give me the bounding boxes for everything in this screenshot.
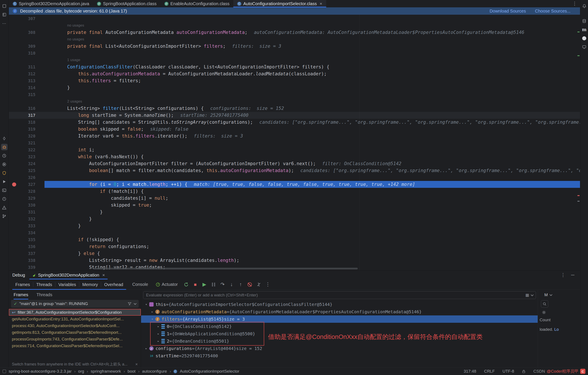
debug-view-tab[interactable]: Variables	[55, 282, 79, 287]
variable-row[interactable]: ▾this = {AutoConfigurationImportSelector…	[141, 301, 538, 308]
database-icon[interactable]	[581, 18, 588, 24]
line-number[interactable]: 313	[9, 77, 44, 84]
code-line[interactable]: 330 skipped = true;	[9, 202, 580, 209]
rerun-button[interactable]	[182, 281, 190, 288]
line-number[interactable]: 330	[9, 202, 44, 209]
run-icon[interactable]	[1, 178, 8, 185]
project-icon[interactable]	[1, 11, 8, 18]
security-shield-icon[interactable]	[1, 170, 8, 176]
code-line[interactable]: 311ConfigurationClassFilter(ClassLoader …	[9, 63, 580, 70]
code-line[interactable]: 337 } else {	[9, 250, 580, 257]
code-line[interactable]: 329 candidates[i] = null;	[9, 195, 580, 202]
code-line[interactable]: 317 long startTime = System.nanoTime();s…	[9, 112, 580, 119]
line-number[interactable]: 332	[9, 215, 44, 222]
crumb-item[interactable]: autoconfigure	[142, 369, 167, 374]
code-line[interactable]: 315	[9, 91, 580, 98]
code-line[interactable]: 324 AutoConfigurationImportFilter filter…	[9, 160, 580, 167]
expand-arrow-icon[interactable]: ▸	[156, 339, 161, 343]
line-number[interactable]: 312	[9, 70, 44, 77]
dismiss-hint-icon[interactable]: ×	[135, 362, 138, 367]
more-tool-windows-icon[interactable]: ⋯	[1, 20, 8, 27]
line-number[interactable]: 322	[9, 146, 44, 153]
line-separator[interactable]: CRLF	[484, 369, 495, 374]
evaluate-expression-bar[interactable]: ▦	[143, 291, 536, 299]
variable-row[interactable]: ▸0 = {OnClassCondition@5142}	[141, 323, 538, 330]
code-line[interactable]: 309private final List<AutoConfigurationI…	[9, 43, 580, 50]
debug-more-icon[interactable]: ⋮	[561, 272, 565, 278]
code-line[interactable]: 323 while (var6.hasNext()) {	[9, 153, 580, 160]
tab-threads[interactable]: Threads	[37, 290, 52, 299]
frame-row[interactable]: process:714, ConfigurationClassParser$De…	[9, 342, 141, 349]
notifications-bell-icon[interactable]	[581, 3, 588, 9]
line-number[interactable]: 311	[9, 63, 44, 70]
memory-tab[interactable]: M	[544, 293, 552, 297]
load-link[interactable]: Lo	[554, 327, 559, 332]
lock-icon[interactable]	[522, 370, 525, 373]
code-line[interactable]: 339 String[] var12 = candidates;	[9, 264, 580, 271]
settings-gear-icon[interactable]	[542, 310, 546, 314]
tab-console[interactable]: Console	[128, 282, 152, 287]
code-line[interactable]: 308private final AutoConfigurationMetada…	[9, 29, 580, 36]
commit-icon[interactable]	[1, 135, 8, 142]
step-over-button[interactable]: ↷	[219, 281, 226, 288]
search-button[interactable]	[541, 300, 548, 308]
history-chevron-icon[interactable]	[531, 294, 534, 296]
code-line[interactable]: 321	[9, 140, 580, 146]
frame-row[interactable]: ↩filter:367, AutoConfigurationImportSele…	[9, 309, 141, 316]
frame-row[interactable]: getImports:813, ConfigurationClassParser…	[9, 329, 141, 336]
code-line[interactable]: 316List<String> filter(List<String> conf…	[9, 105, 580, 112]
line-number[interactable]: 320	[9, 132, 44, 140]
line-number[interactable]: 329	[9, 195, 44, 202]
code-line[interactable]: 322 int i;	[9, 146, 580, 153]
choose-sources-link[interactable]: Choose Sources...	[535, 9, 570, 14]
line-number[interactable]: 318	[9, 119, 44, 126]
evaluate-input[interactable]	[146, 293, 523, 297]
frame-row[interactable]: process:430, AutoConfigurationImportSele…	[9, 322, 141, 329]
thread-selector[interactable]: ✓ "main"@1 in group "main": RUNNING	[11, 300, 139, 308]
editor-tab[interactable]: CAutoConfigurationImportSelector.class×	[233, 0, 326, 7]
code-line[interactable]: 319 boolean skipped = false;skipped: fal…	[9, 126, 580, 132]
collapse-arrow-icon[interactable]: ▾	[150, 317, 155, 321]
expand-arrow-icon[interactable]: ▸	[150, 310, 155, 314]
frame-row[interactable]: processGroupImports:743, ConfigurationCl…	[9, 336, 141, 342]
line-number[interactable]: 323	[9, 153, 44, 160]
mute-breakpoints-button[interactable]	[246, 281, 254, 288]
line-number[interactable]: 337	[9, 250, 44, 257]
debug-icon[interactable]	[1, 144, 8, 150]
expand-editor-icon[interactable]: ▦	[525, 293, 529, 297]
line-number[interactable]: 316	[9, 105, 44, 112]
variable-row[interactable]: ▸pconfigurations = {ArrayList@4044} size…	[141, 345, 538, 352]
crumb-item[interactable]: springframework	[91, 369, 121, 374]
download-sources-link[interactable]: Download Sources	[490, 9, 526, 14]
pause-button[interactable]	[210, 281, 217, 288]
line-number[interactable]: 324	[9, 160, 44, 167]
profiler-clock-icon[interactable]	[1, 152, 8, 159]
line-number[interactable]: 321	[9, 140, 44, 146]
gradle-icon[interactable]	[581, 35, 588, 41]
line-number[interactable]: 338	[9, 257, 44, 264]
code-line[interactable]: 314}	[9, 84, 580, 91]
tab-actuator[interactable]: Actuator	[152, 282, 182, 287]
tab-frames[interactable]: Frames	[14, 290, 28, 299]
code-line[interactable]: 1 usage	[9, 57, 580, 63]
line-number[interactable]: 326	[9, 174, 44, 181]
line-number[interactable]: 325	[9, 167, 44, 174]
code-editor[interactable]: 307no usages308private final AutoConfigu…	[9, 15, 580, 271]
variable-row[interactable]: 10startTime = 25297401775400	[141, 352, 538, 359]
line-number[interactable]: 333	[9, 222, 44, 229]
terminal-icon[interactable]	[1, 187, 8, 193]
line-number[interactable]	[9, 57, 44, 63]
debug-view-tab[interactable]: Threads	[33, 282, 55, 287]
close-session-icon[interactable]: ×	[102, 273, 105, 278]
code-line[interactable]: 332 }	[9, 215, 580, 222]
crumb-item[interactable]: boot	[127, 369, 136, 374]
line-number[interactable]: 336	[9, 243, 44, 250]
frame-row[interactable]: getAutoConfigurationEntry:131, AutoConfi…	[9, 316, 141, 322]
line-number[interactable]: 327	[9, 181, 44, 188]
code-line[interactable]: 328 if (!match[i]) {	[9, 188, 580, 195]
line-number[interactable]: 314	[9, 84, 44, 91]
variable-row[interactable]: ▸fautoConfigurationMetadata = {AutoConfi…	[141, 308, 538, 315]
minimize-icon[interactable]: ─	[571, 272, 574, 278]
code-line[interactable]: 331 }	[9, 209, 580, 215]
editor-tab[interactable]: @SpringBootApplication.class	[93, 0, 160, 7]
